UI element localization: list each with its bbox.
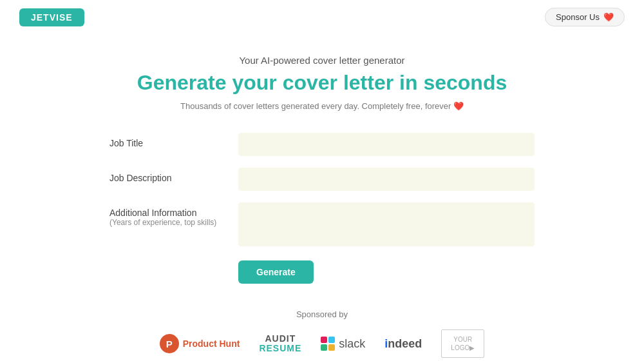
job-description-row: Job Description bbox=[109, 168, 535, 191]
product-hunt-text: Product Hunt bbox=[183, 338, 240, 349]
hero-description: Thousands of cover letters generated eve… bbox=[13, 101, 631, 111]
additional-info-textarea[interactable] bbox=[238, 202, 535, 246]
slack-logo-text: slack bbox=[339, 337, 365, 351]
form-section: Job Title Job Description Additional Inf… bbox=[97, 126, 547, 297]
logo[interactable]: JETVISE bbox=[19, 8, 84, 26]
audit-resume-logo: AUDIT RESUME bbox=[259, 334, 301, 354]
your-logo-box: YOUR LOGO▶ bbox=[441, 329, 484, 358]
sponsor-indeed[interactable]: indeed bbox=[384, 337, 422, 351]
slack-tr-block bbox=[328, 337, 335, 343]
sponsors-row: P Product Hunt AUDIT RESUME slack indeed bbox=[13, 329, 631, 358]
hero-subtitle: Your AI-powered cover letter generator bbox=[13, 55, 631, 66]
slack-br-block bbox=[328, 344, 335, 351]
additional-info-label-wrap: Additional Information (Years of experie… bbox=[109, 202, 238, 227]
job-description-input[interactable] bbox=[238, 168, 535, 191]
sponsored-section: Sponsored by P Product Hunt AUDIT RESUME… bbox=[0, 297, 644, 363]
heart-icon: ❤️ bbox=[603, 12, 614, 22]
slack-bl-block bbox=[321, 344, 327, 351]
generate-button[interactable]: Generate bbox=[238, 260, 314, 284]
sponsor-product-hunt[interactable]: P Product Hunt bbox=[160, 334, 240, 353]
hero-title: Generate your cover letter in seconds bbox=[13, 71, 631, 95]
slack-tl-block bbox=[321, 337, 327, 343]
sponsored-label: Sponsored by bbox=[13, 309, 631, 319]
sponsor-button[interactable]: Sponsor Us ❤️ bbox=[545, 8, 625, 26]
product-hunt-logo-icon: P bbox=[160, 334, 179, 353]
job-title-label: Job Title bbox=[109, 133, 238, 148]
job-title-row: Job Title bbox=[109, 133, 535, 156]
sponsor-your-logo[interactable]: YOUR LOGO▶ bbox=[441, 329, 484, 358]
job-title-input[interactable] bbox=[238, 133, 535, 156]
header: JETVISE Sponsor Us ❤️ bbox=[0, 0, 644, 34]
additional-info-sublabel: (Years of experience, top skills) bbox=[109, 218, 238, 227]
resume-text: RESUME bbox=[259, 344, 301, 353]
hero-section: Your AI-powered cover letter generator G… bbox=[0, 34, 644, 126]
hero-heart-icon: ❤️ bbox=[453, 101, 464, 111]
audit-text: AUDIT bbox=[259, 334, 301, 344]
your-logo-line1: YOUR bbox=[451, 335, 475, 344]
slack-logo-icon bbox=[321, 337, 335, 351]
job-description-label: Job Description bbox=[109, 168, 238, 183]
additional-info-label: Additional Information bbox=[109, 208, 196, 218]
sponsor-slack[interactable]: slack bbox=[321, 337, 365, 351]
indeed-rest: ndeed bbox=[388, 337, 422, 350]
your-logo-line2: LOGO▶ bbox=[451, 344, 475, 352]
sponsor-audit-resume[interactable]: AUDIT RESUME bbox=[259, 334, 301, 354]
sponsor-button-label: Sponsor Us bbox=[556, 12, 600, 22]
indeed-logo: indeed bbox=[384, 337, 422, 351]
additional-info-row: Additional Information (Years of experie… bbox=[109, 202, 535, 246]
